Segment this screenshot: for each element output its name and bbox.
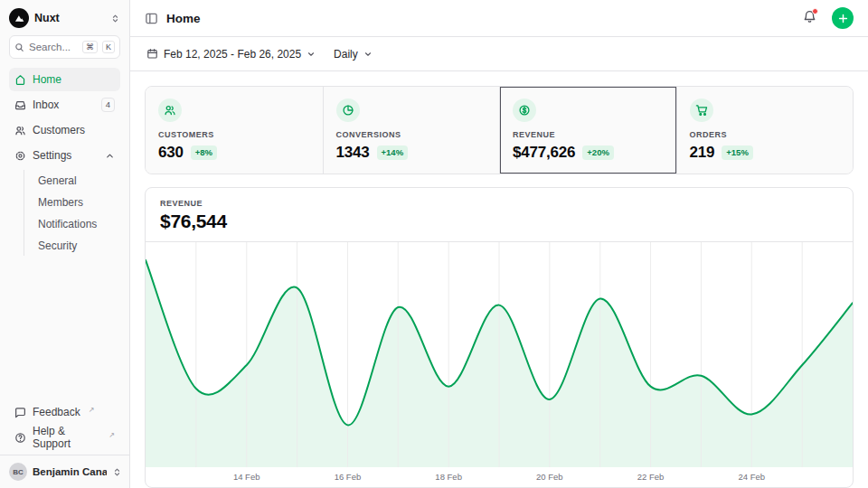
- x-tick-label: 24 Feb: [738, 472, 765, 482]
- sidebar-item-label: Settings: [33, 149, 71, 162]
- sidebar-item-inbox[interactable]: Inbox 4: [9, 93, 120, 117]
- sidebar-item-home[interactable]: Home: [9, 68, 120, 91]
- stat-label: CONVERSIONS: [336, 130, 487, 139]
- filters-toolbar: Feb 12, 2025 - Feb 26, 2025 Daily: [130, 37, 868, 71]
- stat-delta-badge: +15%: [722, 145, 753, 159]
- calendar-icon: [146, 48, 158, 60]
- external-link-icon: ↗: [89, 406, 95, 414]
- stats-row: CUSTOMERS 630 +8% CONVERSIONS 1343 +14%: [145, 86, 854, 174]
- footer-item-label: Help & Support: [33, 425, 100, 450]
- stat-card-customers[interactable]: CUSTOMERS 630 +8%: [146, 87, 323, 174]
- chart-header: REVENUE $76,544: [146, 188, 853, 242]
- avatar: BC: [9, 463, 27, 481]
- footer-item-label: Feedback: [33, 406, 80, 418]
- sidebar-nav: Home Inbox 4 Customers Settings: [0, 64, 129, 261]
- sidebar-item-security[interactable]: Security: [33, 235, 120, 256]
- home-icon: [14, 74, 26, 86]
- chevron-up-icon: [105, 151, 115, 161]
- x-tick-label: 20 Feb: [536, 472, 563, 482]
- chevron-down-icon: [307, 50, 316, 59]
- stat-delta-badge: +20%: [582, 145, 614, 159]
- chart-x-axis: 14 Feb 16 Feb 18 Feb 20 Feb 22 Feb 24 Fe…: [146, 467, 853, 487]
- stat-card-revenue[interactable]: REVENUE $477,626 +20%: [499, 87, 676, 174]
- main-panel: Home Feb 12, 2025 - Feb 26, 2025: [130, 0, 868, 488]
- x-tick-label: 16 Feb: [335, 472, 362, 482]
- workspace-name: Nuxt: [34, 12, 105, 24]
- notification-dot: [812, 8, 818, 14]
- search-icon: [14, 42, 24, 52]
- stat-card-orders[interactable]: ORDERS 219 +15%: [676, 87, 854, 174]
- gear-icon: [14, 150, 26, 162]
- x-tick-label: 22 Feb: [637, 472, 665, 482]
- inbox-count-badge: 4: [101, 98, 115, 111]
- stat-label: CUSTOMERS: [158, 130, 310, 139]
- stat-label: ORDERS: [690, 130, 841, 139]
- search-placeholder: Search...: [29, 42, 78, 52]
- feedback-link[interactable]: Feedback ↗: [9, 400, 120, 424]
- inbox-icon: [14, 99, 26, 111]
- chart-canvas: [146, 242, 853, 467]
- nuxt-logo: [9, 8, 29, 28]
- sidebar-item-general[interactable]: General: [33, 170, 120, 191]
- sidebar-item-members[interactable]: Members: [33, 192, 120, 212]
- sidebar-item-label: Inbox: [33, 99, 59, 111]
- panel-left-icon[interactable]: [145, 12, 158, 25]
- stat-value: 219: [690, 144, 715, 162]
- stat-label: REVENUE: [513, 130, 664, 139]
- chart-pie-icon: [336, 99, 360, 122]
- stat-card-conversions[interactable]: CONVERSIONS 1343 +14%: [323, 87, 500, 174]
- sidebar-item-label: Customers: [33, 124, 85, 136]
- sidebar: Nuxt Search... ⌘ K Home: [0, 0, 130, 488]
- users-icon: [14, 125, 26, 136]
- chart-title: REVENUE: [160, 199, 838, 208]
- sidebar-item-label: Home: [33, 73, 61, 86]
- page-title: Home: [166, 12, 793, 25]
- date-range-picker[interactable]: Feb 12, 2025 - Feb 26, 2025: [145, 44, 317, 64]
- settings-submenu: General Members Notifications Security: [24, 170, 120, 256]
- sidebar-footer: Feedback ↗ Help & Support ↗: [0, 395, 129, 455]
- user-menu[interactable]: BC Benjamin Canac: [0, 455, 129, 488]
- workspace-switcher[interactable]: Nuxt: [0, 0, 129, 34]
- page-content: CUSTOMERS 630 +8% CONVERSIONS 1343 +14%: [130, 71, 868, 488]
- dashboard-app: Nuxt Search... ⌘ K Home: [0, 0, 868, 488]
- chevrons-up-down-icon: [112, 467, 122, 477]
- revenue-area-chart[interactable]: 14 Feb 16 Feb 18 Feb 20 Feb 22 Feb 24 Fe…: [146, 242, 853, 487]
- period-label: Daily: [334, 48, 358, 61]
- help-support-link[interactable]: Help & Support ↗: [9, 426, 120, 449]
- chevron-down-icon: [363, 50, 373, 59]
- plus-icon: [837, 13, 849, 24]
- add-button[interactable]: [832, 7, 854, 29]
- page-header: Home: [130, 0, 868, 37]
- message-icon: [14, 407, 26, 418]
- cart-icon: [690, 99, 713, 122]
- sidebar-item-notifications[interactable]: Notifications: [33, 213, 120, 234]
- period-select[interactable]: Daily: [332, 44, 374, 64]
- x-tick-label: 18 Feb: [435, 472, 462, 482]
- stat-delta-badge: +14%: [377, 145, 409, 159]
- kbd-k: K: [102, 41, 115, 54]
- chart-current-value: $76,544: [160, 211, 838, 232]
- sidebar-item-customers[interactable]: Customers: [9, 118, 120, 142]
- search-input[interactable]: Search... ⌘ K: [9, 35, 120, 59]
- stat-value: 630: [158, 144, 184, 162]
- user-name: Benjamin Canac: [33, 466, 107, 477]
- circle-dollar-icon: [513, 99, 536, 122]
- stat-value: 1343: [336, 144, 370, 162]
- revenue-chart-card: REVENUE $76,544 14 Feb 16 Feb 18 Feb 20 …: [145, 187, 854, 488]
- date-range-label: Feb 12, 2025 - Feb 26, 2025: [164, 48, 301, 61]
- kbd-meta: ⌘: [82, 41, 98, 54]
- stat-delta-badge: +8%: [191, 145, 217, 159]
- notifications-button[interactable]: [801, 8, 818, 28]
- users-icon: [158, 99, 182, 122]
- external-link-icon: ↗: [108, 431, 115, 439]
- sidebar-item-settings[interactable]: Settings: [9, 144, 120, 167]
- stat-value: $477,626: [513, 144, 575, 162]
- chevrons-up-down-icon: [110, 14, 120, 23]
- help-circle-icon: [14, 432, 26, 444]
- x-tick-label: 14 Feb: [233, 472, 260, 482]
